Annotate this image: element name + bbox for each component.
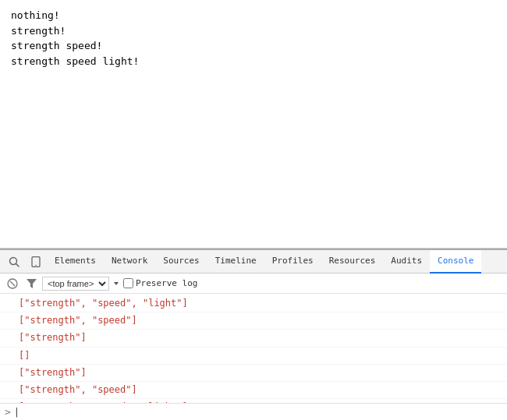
console-line: ["strength", "speed", "light"]	[0, 295, 507, 312]
tab-elements[interactable]: Elements	[47, 250, 104, 274]
console-line: ["strength"]	[0, 365, 507, 382]
content-line: strength speed light!	[11, 54, 496, 69]
preserve-log-text: Preserve log	[136, 278, 197, 288]
console-line: ["strength", "speed"]	[0, 382, 507, 399]
filter-icon[interactable]	[23, 276, 39, 291]
devtools-tabs: ElementsNetworkSourcesTimelineProfilesRe…	[0, 250, 507, 274]
svg-point-3	[35, 264, 37, 266]
frame-dropdown-icon	[112, 280, 120, 288]
clear-console-button[interactable]	[5, 276, 20, 291]
console-cursor: |	[14, 407, 20, 418]
console-line: ["strength"]	[0, 330, 507, 347]
content-line: strength!	[11, 23, 496, 39]
tabs-container: ElementsNetworkSourcesTimelineProfilesRe…	[47, 250, 481, 274]
tab-resources[interactable]: Resources	[321, 250, 384, 274]
console-input-row[interactable]: > |	[0, 403, 507, 420]
console-toolbar: <top frame> Preserve log	[0, 274, 507, 294]
svg-marker-7	[114, 282, 119, 285]
mobile-icon[interactable]	[25, 251, 47, 273]
tab-sources[interactable]: Sources	[155, 250, 207, 274]
tab-network[interactable]: Network	[104, 250, 155, 274]
svg-marker-6	[27, 279, 37, 288]
preserve-log-checkbox[interactable]	[123, 278, 133, 288]
tab-console[interactable]: Console	[430, 250, 481, 274]
inspect-icon[interactable]	[3, 251, 25, 273]
content-line: nothing!	[11, 8, 496, 23]
preserve-log-label[interactable]: Preserve log	[123, 278, 197, 288]
tab-profiles[interactable]: Profiles	[264, 250, 321, 274]
console-line: ["strength", "speed"]	[0, 312, 507, 330]
content-line: strength speed!	[11, 38, 496, 54]
console-line: []	[0, 348, 507, 365]
console-output: ["strength", "speed", "light"]["strength…	[0, 294, 507, 403]
svg-line-5	[10, 281, 15, 286]
svg-line-1	[16, 263, 20, 266]
frame-selector[interactable]: <top frame>	[42, 277, 109, 291]
console-prompt-symbol: >	[5, 406, 11, 418]
tab-audits[interactable]: Audits	[383, 250, 430, 274]
browser-content: nothing!strength!strength speed!strength…	[0, 0, 507, 249]
tab-timeline[interactable]: Timeline	[207, 250, 264, 274]
devtools-panel: ElementsNetworkSourcesTimelineProfilesRe…	[0, 249, 507, 420]
